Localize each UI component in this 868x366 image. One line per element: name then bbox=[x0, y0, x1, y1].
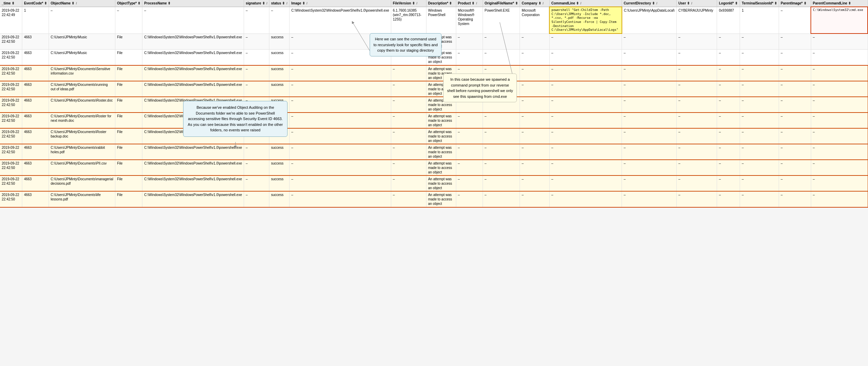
table-row: 2019-09-22 22:42:504663C:\Users\JPMinty\… bbox=[0, 113, 868, 128]
cell-objecttype: File bbox=[115, 81, 142, 97]
cell-eventcode: 4663 bbox=[22, 49, 49, 65]
cell-status: success bbox=[269, 81, 290, 97]
col-header-product[interactable]: Product ⇕ / bbox=[456, 0, 483, 7]
cell-signature: – bbox=[244, 65, 269, 81]
cell-objecttype: File bbox=[115, 160, 142, 175]
cell-currentdir: – bbox=[622, 65, 677, 81]
cell-objectname: – bbox=[49, 7, 115, 34]
col-header-processname[interactable]: ProcessName ⇕ bbox=[142, 0, 244, 7]
table-row: 2019-09-22 22:42:504663C:\Users\JPMinty\… bbox=[0, 81, 868, 97]
cell-image: – bbox=[290, 65, 391, 81]
cell-processname: C:\Windows\System32\WindowsPowerShell\v1… bbox=[142, 191, 244, 207]
col-header-terminalsession[interactable]: TerminalSessionId* ⇕ bbox=[740, 0, 779, 7]
cell-processname: C:\Windows\System32\WindowsPowerShell\v1… bbox=[142, 49, 244, 65]
cell-user: CYBERRAIJU\JPMinty bbox=[677, 7, 717, 34]
col-header-image[interactable]: Image ⇕ / bbox=[290, 0, 391, 7]
cell-parentimage: – bbox=[779, 34, 811, 49]
cell-cmdline: – bbox=[549, 113, 622, 128]
col-header-logonid[interactable]: LogonId* ⇕ bbox=[717, 0, 740, 7]
col-header-origfilename[interactable]: OriginalFileName* ⇕ bbox=[483, 0, 520, 7]
cell-company: Microsoft Corporation bbox=[520, 7, 549, 34]
cell-fileversion: – bbox=[391, 65, 426, 81]
cell-logonid: – bbox=[717, 34, 740, 49]
cell-parentcmd: – bbox=[811, 144, 868, 160]
cell-company: – bbox=[520, 144, 549, 160]
cell-fileversion: 6.1.7600.16385 (win7_rtm.090713-1255) bbox=[391, 7, 426, 34]
table-row: 2019-09-22 22:42:504663C:\Users\JPMinty\… bbox=[0, 144, 868, 160]
col-header-currentdir[interactable]: CurrentDirectory ⇕ / bbox=[622, 0, 677, 7]
cell-signature: – bbox=[244, 7, 269, 34]
cell-fileversion: – bbox=[391, 81, 426, 97]
cell-parentcmd: – bbox=[811, 113, 868, 128]
cell-parentimage: – bbox=[779, 160, 811, 175]
cell-objectname: C:\Users\JPMinty\Documents\Roster backup… bbox=[49, 128, 115, 144]
col-header-signature[interactable]: signature ⇕ / bbox=[244, 0, 269, 7]
cell-product: – bbox=[456, 97, 483, 113]
cell-origfilename: – bbox=[483, 144, 520, 160]
cell-logonid: – bbox=[717, 175, 740, 191]
col-header-objectname[interactable]: ObjectName ⇕ / bbox=[49, 0, 115, 7]
cell-user: – bbox=[677, 81, 717, 97]
cell-parentcmd: – bbox=[811, 191, 868, 207]
cell-currentdir: – bbox=[622, 81, 677, 97]
cell-objecttype: File bbox=[115, 128, 142, 144]
cell-objectname: C:\Users\JPMinty\Music bbox=[49, 34, 115, 49]
col-header-cmdline[interactable]: CommandLine ⇕ / bbox=[549, 0, 622, 7]
cell-image: – bbox=[290, 49, 391, 65]
cell-eventcode: 4663 bbox=[22, 81, 49, 97]
col-header-time[interactable]: _time ⇕ bbox=[0, 0, 22, 7]
cell-time: 2019-09-22 22:42:50 bbox=[0, 175, 22, 191]
cell-user: – bbox=[677, 175, 717, 191]
cell-eventcode: 4663 bbox=[22, 144, 49, 160]
cell-image: – bbox=[290, 144, 391, 160]
cell-product: – bbox=[456, 34, 483, 49]
cell-logonid: – bbox=[717, 160, 740, 175]
cell-terminalsession: – bbox=[740, 175, 779, 191]
cell-signature: – bbox=[244, 175, 269, 191]
cell-terminalsession: – bbox=[740, 128, 779, 144]
cell-time: 2019-09-22 22:42:49 bbox=[0, 7, 22, 34]
cell-objecttype: File bbox=[115, 97, 142, 113]
cell-objectname: C:\Users\JPMinty\Documents\life lessons.… bbox=[49, 191, 115, 207]
cell-signature: – bbox=[244, 144, 269, 160]
cell-origfilename: – bbox=[483, 113, 520, 128]
cell-objecttype: File bbox=[115, 191, 142, 207]
col-header-eventcode[interactable]: EventCode* ⇕ bbox=[22, 0, 49, 7]
cell-logonid: – bbox=[717, 128, 740, 144]
col-header-company[interactable]: Company ⇕ / bbox=[520, 0, 549, 7]
cell-product: – bbox=[456, 81, 483, 97]
col-header-objecttype[interactable]: ObjectType* ⇕ bbox=[115, 0, 142, 7]
cell-parentcmd: – bbox=[811, 34, 868, 49]
col-header-parentimage[interactable]: ParentImage* ⇕ bbox=[779, 0, 811, 7]
col-header-status[interactable]: status ⇕ / bbox=[269, 0, 290, 7]
col-header-user[interactable]: User ⇕ / bbox=[677, 0, 717, 7]
cell-currentdir: – bbox=[622, 191, 677, 207]
cell-parentimage: – bbox=[779, 81, 811, 97]
cell-parentimage: – bbox=[779, 49, 811, 65]
cell-terminalsession: – bbox=[740, 49, 779, 65]
cell-status: success bbox=[269, 160, 290, 175]
cell-time: 2019-09-22 22:42:50 bbox=[0, 34, 22, 49]
cell-origfilename: – bbox=[483, 191, 520, 207]
cell-objectname: C:\Users\JPMinty\Documents\PII.csv bbox=[49, 160, 115, 175]
cell-parentcmd: C:\Windows\System32\cmd.exe bbox=[811, 7, 868, 34]
cell-company: – bbox=[520, 49, 549, 65]
cell-origfilename: – bbox=[483, 128, 520, 144]
table-row: 2019-09-22 22:42:504663C:\Users\JPMinty\… bbox=[0, 97, 868, 113]
cell-parentcmd: – bbox=[811, 175, 868, 191]
cell-time: 2019-09-22 22:42:50 bbox=[0, 97, 22, 113]
cell-terminalsession: 1 bbox=[740, 7, 779, 34]
cell-processname: C:\Windows\System32\WindowsPowerShell\v1… bbox=[142, 65, 244, 81]
cell-terminalsession: – bbox=[740, 34, 779, 49]
col-header-parentcmd[interactable]: ParentCommandLine ⇕ bbox=[811, 0, 868, 7]
cell-status: – bbox=[269, 7, 290, 34]
col-header-fileversion[interactable]: FileVersion ⇕ / bbox=[391, 0, 426, 7]
cell-company: – bbox=[520, 65, 549, 81]
cell-status: success bbox=[269, 144, 290, 160]
cell-status: success bbox=[269, 113, 290, 128]
cell-status: success bbox=[269, 128, 290, 144]
cell-objecttype: – bbox=[115, 7, 142, 34]
cell-currentdir: – bbox=[622, 128, 677, 144]
cell-logonid: – bbox=[717, 191, 740, 207]
col-header-description[interactable]: Description* ⇕ bbox=[426, 0, 456, 7]
